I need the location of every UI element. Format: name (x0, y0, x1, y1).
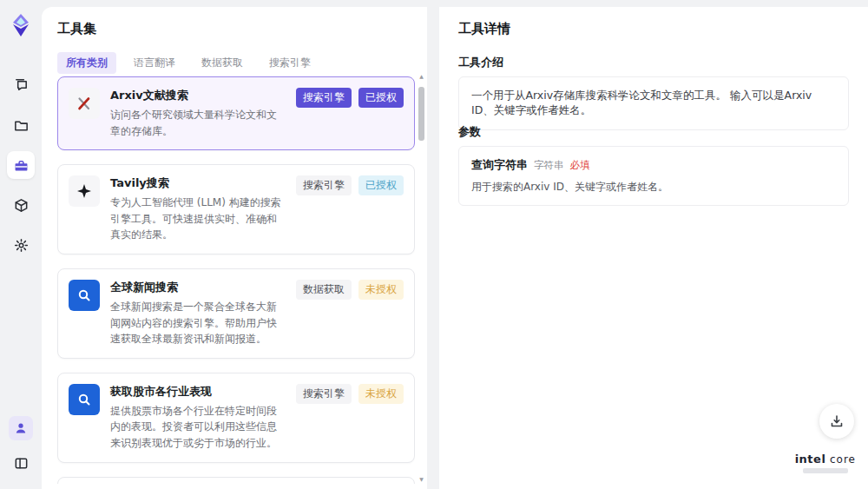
left-rail (0, 0, 42, 489)
search-tool-icon (69, 280, 100, 311)
toolbox-icon (13, 157, 30, 174)
panel-toggle-icon (13, 455, 30, 472)
search-tool-icon (69, 384, 100, 415)
tool-details-panel: 工具详情 工具介绍 一个用于从Arxiv存储库搜索科学论文和文章的工具。 输入可… (439, 7, 868, 489)
auth-status-badge[interactable]: 已授权 (358, 88, 404, 108)
param-required-flag: 必填 (570, 159, 590, 172)
rail-nav (7, 71, 35, 259)
intro-heading: 工具介绍 (458, 55, 503, 70)
folder-icon (13, 117, 30, 134)
tool-description: 专为人工智能代理 (LLM) 构建的搜索引擎工具。可快速提供实时、准确和真实的结… (110, 195, 286, 243)
param-box: 查询字符串 字符串 必填 用于搜索的Arxiv ID、关键字或作者姓名。 (458, 146, 849, 206)
tool-name: 获取股市各行业表现 (110, 384, 286, 400)
user-icon (14, 421, 28, 435)
tool-description: 访问各个研究领域大量科学论文和文章的存储库。 (110, 107, 286, 139)
tool-card-global-news[interactable]: 全球新闻搜索 全球新闻搜索是一个聚合全球各大新闻网站内容的搜索引擎。帮助用户快速… (57, 268, 415, 359)
panel-divider (427, 7, 439, 489)
param-name: 查询字符串 (471, 157, 528, 173)
intel-core-badge: intel core (795, 453, 856, 473)
avatar[interactable] (9, 416, 33, 440)
intel-badge-subline (803, 468, 848, 473)
params-heading: 参数 (458, 124, 481, 140)
collapse-sidebar-button[interactable] (7, 449, 35, 477)
category-tabs: 所有类别 语言翻译 数据获取 搜索引擎 (57, 52, 319, 74)
sidebar-item-files[interactable] (7, 111, 35, 139)
gear-icon (13, 237, 30, 254)
tab-all-categories[interactable]: 所有类别 (57, 52, 116, 74)
scroll-down-arrow[interactable]: ▼ (418, 476, 424, 482)
arxiv-logo-icon (69, 88, 100, 119)
sidebar-item-chat[interactable] (7, 71, 35, 99)
rail-bottom (7, 416, 35, 477)
tool-list-scrollbar[interactable]: ▲ ▼ (418, 80, 424, 480)
intel-logo-text: intel (795, 453, 826, 466)
scroll-up-arrow[interactable]: ▲ (418, 73, 424, 79)
tool-description: 全球新闻搜索是一个聚合全球各大新闻网站内容的搜索引擎。帮助用户快速获取全球最新资… (110, 299, 286, 347)
tool-description: 提供股票市场各个行业在特定时间段内的表现。投资者可以利用这些信息来识别表现优于或… (110, 403, 286, 452)
tab-data-acquisition[interactable]: 数据获取 (193, 52, 252, 74)
tab-language-translation[interactable]: 语言翻译 (125, 52, 184, 74)
tavily-star-icon (69, 175, 100, 207)
tool-card-sector-performance[interactable]: 获取股市各行业表现 提供股票市场各个行业在特定时间段内的表现。投资者可以利用这些… (57, 373, 415, 463)
tab-search-engine[interactable]: 搜索引擎 (260, 52, 319, 74)
category-badge: 搜索引擎 (296, 88, 352, 108)
cube-icon (13, 197, 30, 214)
app-logo-icon[interactable] (8, 12, 34, 38)
sidebar-item-settings[interactable] (7, 231, 35, 259)
tool-list: Arxiv文献搜索 访问各个研究领域大量科学论文和文章的存储库。 搜索引擎 已授… (57, 76, 415, 484)
auth-status-badge[interactable]: 未授权 (358, 280, 404, 300)
download-icon (829, 413, 845, 429)
auth-status-badge[interactable]: 已授权 (358, 175, 404, 195)
intro-box: 一个用于从Arxiv存储库搜索科学论文和文章的工具。 输入可以是Arxiv ID… (458, 76, 849, 130)
core-logo-text: core (830, 453, 856, 466)
chat-icon (13, 77, 30, 94)
auth-status-badge[interactable]: 未授权 (358, 384, 404, 404)
param-type: 字符串 (534, 159, 564, 172)
category-badge: 数据获取 (296, 280, 352, 300)
main-panel: 工具集 所有类别 语言翻译 数据获取 搜索引擎 Arxiv文献搜索 访问各个研究… (42, 7, 868, 489)
toolset-title: 工具集 (57, 21, 96, 37)
sidebar-item-toolbox[interactable] (7, 151, 35, 179)
param-description: 用于搜索的Arxiv ID、关键字或作者姓名。 (471, 180, 836, 195)
scrollbar-thumb[interactable] (418, 87, 424, 141)
details-title: 工具详情 (458, 21, 510, 37)
tool-name: 全球新闻搜索 (110, 280, 286, 295)
tool-name: Arxiv文献搜索 (110, 88, 286, 103)
tool-card-tavily[interactable]: Tavily搜索 专为人工智能代理 (LLM) 构建的搜索引擎工具。可快速提供实… (57, 164, 415, 254)
sidebar-item-packages[interactable] (7, 191, 35, 219)
tool-card-most-active-stocks[interactable]: 获取市场最活跃股票信息 提供当天交易量最高的股票列表。投资者可以利用这些信息来识… (57, 477, 415, 484)
category-badge: 搜索引擎 (296, 384, 352, 404)
category-badge: 搜索引擎 (296, 175, 352, 195)
download-button[interactable] (819, 404, 854, 439)
toolset-panel: 工具集 所有类别 语言翻译 数据获取 搜索引擎 Arxiv文献搜索 访问各个研究… (42, 7, 427, 489)
tool-name: Tavily搜索 (110, 175, 286, 191)
tool-card-arxiv[interactable]: Arxiv文献搜索 访问各个研究领域大量科学论文和文章的存储库。 搜索引擎 已授… (57, 76, 415, 150)
